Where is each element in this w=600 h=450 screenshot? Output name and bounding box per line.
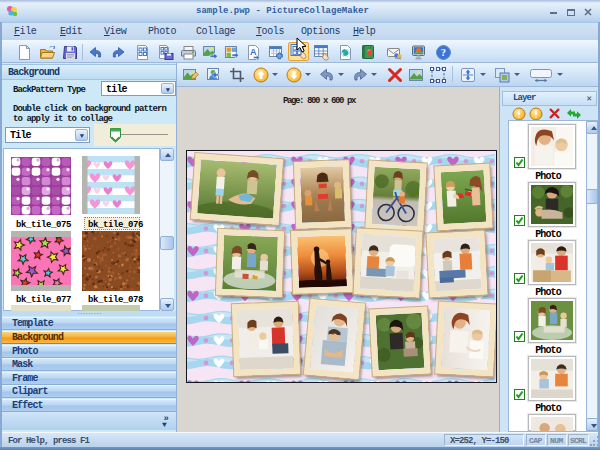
svg-text:?: ? [441,47,446,58]
